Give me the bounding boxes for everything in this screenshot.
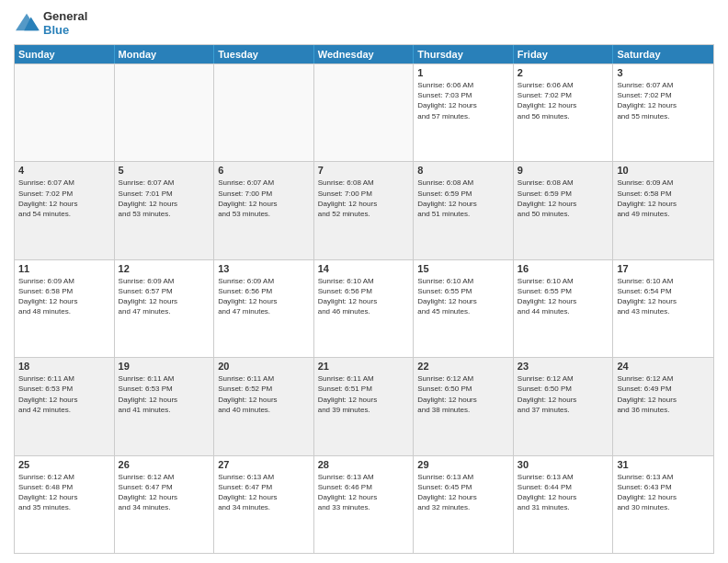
calendar-cell: 19Sunrise: 6:11 AM Sunset: 6:53 PM Dayli… (115, 358, 215, 454)
calendar-body: 1Sunrise: 6:06 AM Sunset: 7:03 PM Daylig… (15, 63, 713, 553)
cell-info: Sunrise: 6:11 AM Sunset: 6:52 PM Dayligh… (218, 373, 310, 415)
day-number: 1 (417, 67, 509, 78)
calendar-cell: 20Sunrise: 6:11 AM Sunset: 6:52 PM Dayli… (214, 358, 314, 454)
calendar-cell: 25Sunrise: 6:12 AM Sunset: 6:48 PM Dayli… (15, 456, 115, 553)
logo-text: General Blue (43, 9, 87, 37)
day-number: 18 (18, 361, 110, 372)
cal-header-cell: Monday (115, 45, 215, 63)
cell-info: Sunrise: 6:06 AM Sunset: 7:03 PM Dayligh… (417, 80, 509, 121)
cal-header-cell: Thursday (414, 45, 514, 63)
calendar-header-row: SundayMondayTuesdayWednesdayThursdayFrid… (15, 45, 713, 63)
calendar-cell: 7Sunrise: 6:08 AM Sunset: 7:00 PM Daylig… (314, 162, 415, 259)
calendar-row: 25Sunrise: 6:12 AM Sunset: 6:48 PM Dayli… (15, 455, 713, 553)
day-number: 17 (617, 263, 710, 274)
cell-info: Sunrise: 6:13 AM Sunset: 6:43 PM Dayligh… (617, 472, 710, 513)
day-number: 22 (417, 361, 509, 372)
day-number: 6 (218, 165, 310, 176)
day-number: 21 (318, 361, 410, 372)
cal-header-cell: Wednesday (314, 45, 415, 63)
calendar-cell: 29Sunrise: 6:13 AM Sunset: 6:45 PM Dayli… (414, 456, 514, 553)
day-number: 15 (417, 263, 509, 274)
calendar-cell: 3Sunrise: 6:07 AM Sunset: 7:02 PM Daylig… (613, 64, 713, 161)
day-number: 12 (119, 263, 210, 274)
calendar-cell: 12Sunrise: 6:09 AM Sunset: 6:57 PM Dayli… (115, 260, 215, 357)
day-number: 2 (518, 67, 609, 78)
day-number: 20 (218, 361, 310, 372)
cell-info: Sunrise: 6:09 AM Sunset: 6:58 PM Dayligh… (18, 276, 110, 317)
calendar-cell: 8Sunrise: 6:08 AM Sunset: 6:59 PM Daylig… (414, 162, 514, 259)
day-number: 23 (518, 361, 609, 372)
cell-info: Sunrise: 6:07 AM Sunset: 7:02 PM Dayligh… (18, 178, 110, 219)
calendar-row: 4Sunrise: 6:07 AM Sunset: 7:02 PM Daylig… (15, 161, 713, 259)
calendar-cell: 24Sunrise: 6:12 AM Sunset: 6:49 PM Dayli… (613, 358, 713, 454)
cell-info: Sunrise: 6:08 AM Sunset: 7:00 PM Dayligh… (318, 178, 410, 219)
calendar-row: 18Sunrise: 6:11 AM Sunset: 6:53 PM Dayli… (15, 357, 713, 454)
cell-info: Sunrise: 6:10 AM Sunset: 6:55 PM Dayligh… (417, 276, 509, 317)
cell-info: Sunrise: 6:10 AM Sunset: 6:55 PM Dayligh… (518, 276, 609, 317)
day-number: 3 (617, 67, 710, 78)
day-number: 11 (18, 263, 110, 274)
cell-info: Sunrise: 6:12 AM Sunset: 6:50 PM Dayligh… (518, 373, 609, 415)
page: General Blue SundayMondayTuesdayWednesda… (0, 0, 728, 563)
day-number: 24 (617, 361, 710, 372)
calendar-cell: 11Sunrise: 6:09 AM Sunset: 6:58 PM Dayli… (15, 260, 115, 357)
cal-header-cell: Friday (514, 45, 614, 63)
day-number: 10 (617, 165, 710, 176)
day-number: 29 (417, 459, 509, 470)
cal-header-cell: Tuesday (214, 45, 314, 63)
calendar-cell: 2Sunrise: 6:06 AM Sunset: 7:02 PM Daylig… (514, 64, 614, 161)
cell-info: Sunrise: 6:13 AM Sunset: 6:46 PM Dayligh… (318, 472, 410, 513)
cell-info: Sunrise: 6:07 AM Sunset: 7:00 PM Dayligh… (218, 178, 310, 219)
calendar-cell: 21Sunrise: 6:11 AM Sunset: 6:51 PM Dayli… (314, 358, 415, 454)
day-number: 5 (119, 165, 210, 176)
cell-info: Sunrise: 6:09 AM Sunset: 6:57 PM Dayligh… (119, 276, 210, 317)
cell-info: Sunrise: 6:13 AM Sunset: 6:44 PM Dayligh… (518, 472, 609, 513)
day-number: 28 (318, 459, 410, 470)
calendar-cell: 17Sunrise: 6:10 AM Sunset: 6:54 PM Dayli… (613, 260, 713, 357)
cell-info: Sunrise: 6:12 AM Sunset: 6:50 PM Dayligh… (417, 373, 509, 415)
calendar-cell: 28Sunrise: 6:13 AM Sunset: 6:46 PM Dayli… (314, 456, 415, 553)
calendar-row: 11Sunrise: 6:09 AM Sunset: 6:58 PM Dayli… (15, 259, 713, 357)
cell-info: Sunrise: 6:13 AM Sunset: 6:45 PM Dayligh… (417, 472, 509, 513)
calendar-cell (314, 64, 415, 161)
day-number: 13 (218, 263, 310, 274)
calendar-cell: 13Sunrise: 6:09 AM Sunset: 6:56 PM Dayli… (214, 260, 314, 357)
cal-header-cell: Sunday (15, 45, 115, 63)
calendar-cell (15, 64, 115, 161)
calendar-cell: 18Sunrise: 6:11 AM Sunset: 6:53 PM Dayli… (15, 358, 115, 454)
cell-info: Sunrise: 6:08 AM Sunset: 6:59 PM Dayligh… (518, 178, 609, 219)
calendar-cell: 31Sunrise: 6:13 AM Sunset: 6:43 PM Dayli… (613, 456, 713, 553)
header: General Blue (14, 9, 714, 37)
calendar-cell: 23Sunrise: 6:12 AM Sunset: 6:50 PM Dayli… (514, 358, 614, 454)
calendar-cell: 1Sunrise: 6:06 AM Sunset: 7:03 PM Daylig… (414, 64, 514, 161)
calendar-cell (115, 64, 215, 161)
cell-info: Sunrise: 6:13 AM Sunset: 6:47 PM Dayligh… (218, 472, 310, 513)
cell-info: Sunrise: 6:12 AM Sunset: 6:49 PM Dayligh… (617, 373, 710, 415)
cell-info: Sunrise: 6:12 AM Sunset: 6:47 PM Dayligh… (119, 472, 210, 513)
calendar-cell: 16Sunrise: 6:10 AM Sunset: 6:55 PM Dayli… (514, 260, 614, 357)
cell-info: Sunrise: 6:07 AM Sunset: 7:02 PM Dayligh… (617, 80, 710, 121)
day-number: 8 (417, 165, 509, 176)
calendar-cell (214, 64, 314, 161)
calendar-cell: 5Sunrise: 6:07 AM Sunset: 7:01 PM Daylig… (115, 162, 215, 259)
logo-icon (14, 12, 40, 34)
calendar-cell: 10Sunrise: 6:09 AM Sunset: 6:58 PM Dayli… (613, 162, 713, 259)
calendar-cell: 27Sunrise: 6:13 AM Sunset: 6:47 PM Dayli… (214, 456, 314, 553)
cell-info: Sunrise: 6:10 AM Sunset: 6:54 PM Dayligh… (617, 276, 710, 317)
cell-info: Sunrise: 6:12 AM Sunset: 6:48 PM Dayligh… (18, 472, 110, 513)
cal-header-cell: Saturday (613, 45, 713, 63)
day-number: 7 (318, 165, 410, 176)
calendar-cell: 30Sunrise: 6:13 AM Sunset: 6:44 PM Dayli… (514, 456, 614, 553)
day-number: 14 (318, 263, 410, 274)
day-number: 27 (218, 459, 310, 470)
cell-info: Sunrise: 6:07 AM Sunset: 7:01 PM Dayligh… (119, 178, 210, 219)
cell-info: Sunrise: 6:08 AM Sunset: 6:59 PM Dayligh… (417, 178, 509, 219)
day-number: 30 (518, 459, 609, 470)
cell-info: Sunrise: 6:06 AM Sunset: 7:02 PM Dayligh… (518, 80, 609, 121)
calendar-cell: 6Sunrise: 6:07 AM Sunset: 7:00 PM Daylig… (214, 162, 314, 259)
day-number: 26 (119, 459, 210, 470)
day-number: 19 (119, 361, 210, 372)
day-number: 31 (617, 459, 710, 470)
day-number: 16 (518, 263, 609, 274)
logo: General Blue (14, 9, 87, 37)
